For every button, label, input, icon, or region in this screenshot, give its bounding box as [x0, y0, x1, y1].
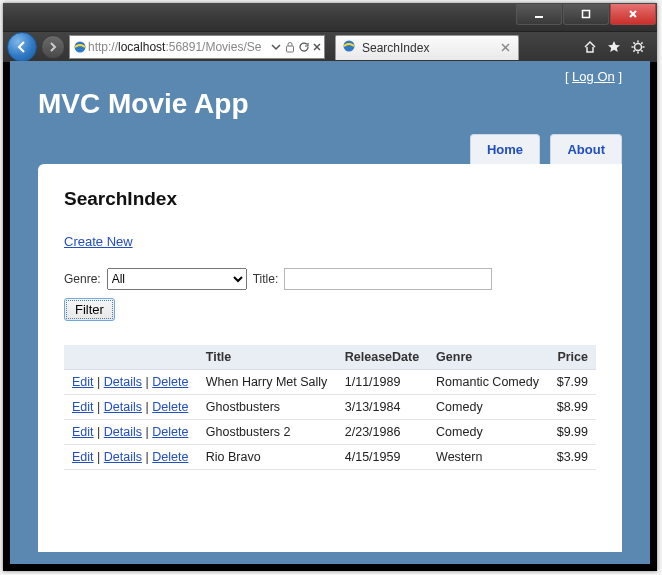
edit-link[interactable]: Edit: [72, 375, 94, 389]
nav-about[interactable]: About: [550, 134, 622, 164]
svg-rect-1: [583, 10, 590, 17]
cell-price: $3.99: [548, 445, 596, 470]
genre-label: Genre:: [64, 272, 101, 286]
ie-icon: [342, 39, 356, 56]
delete-link[interactable]: Delete: [152, 450, 188, 464]
tab-title: SearchIndex: [362, 41, 429, 55]
cell-title: Rio Bravo: [198, 445, 337, 470]
delete-link[interactable]: Delete: [152, 375, 188, 389]
edit-link[interactable]: Edit: [72, 450, 94, 464]
table-row: Edit | Details | DeleteRio Bravo4/15/195…: [64, 445, 596, 470]
dropdown-icon[interactable]: [270, 41, 282, 53]
filter-button[interactable]: Filter: [64, 298, 115, 321]
title-input[interactable]: [284, 268, 492, 290]
cell-genre: Comedy: [428, 395, 548, 420]
ie-icon: [72, 39, 88, 55]
cell-releasedate: 3/13/1984: [337, 395, 428, 420]
cell-releasedate: 1/11/1989: [337, 370, 428, 395]
cell-price: $8.99: [548, 395, 596, 420]
logon-link[interactable]: Log On: [572, 69, 615, 84]
delete-link[interactable]: Delete: [152, 425, 188, 439]
col-actions: [64, 345, 198, 370]
window-close-button[interactable]: [610, 4, 656, 25]
cell-title: Ghostbusters 2: [198, 420, 337, 445]
content-panel: SearchIndex Create New Genre: All Title:…: [38, 164, 622, 552]
details-link[interactable]: Details: [104, 400, 142, 414]
details-link[interactable]: Details: [104, 425, 142, 439]
title-label: Title:: [253, 272, 279, 286]
lock-icon: [284, 41, 296, 53]
address-text: http://localhost:56891/Movies/Se: [88, 40, 270, 54]
nav-forward-button[interactable]: [41, 35, 65, 59]
svg-point-11: [635, 44, 642, 51]
col-genre: Genre: [428, 345, 548, 370]
filter-form: Genre: All Title:: [64, 268, 596, 290]
stop-icon[interactable]: [312, 42, 322, 52]
svg-line-17: [641, 50, 642, 51]
favorites-icon[interactable]: [607, 40, 621, 54]
svg-line-16: [633, 42, 634, 43]
cell-title: When Harry Met Sally: [198, 370, 337, 395]
window-title-bar: [3, 3, 657, 32]
edit-link[interactable]: Edit: [72, 425, 94, 439]
svg-line-18: [641, 42, 642, 43]
cell-price: $7.99: [548, 370, 596, 395]
nav-back-button[interactable]: [7, 32, 37, 62]
app-title: MVC Movie App: [38, 88, 622, 120]
browser-toolbar: http://localhost:56891/Movies/Se SearchI…: [3, 32, 657, 62]
create-new-link[interactable]: Create New: [64, 234, 133, 249]
table-row: Edit | Details | DeleteWhen Harry Met Sa…: [64, 370, 596, 395]
details-link[interactable]: Details: [104, 375, 142, 389]
close-icon: [501, 43, 510, 52]
details-link[interactable]: Details: [104, 450, 142, 464]
cell-releasedate: 2/23/1986: [337, 420, 428, 445]
page-heading: SearchIndex: [64, 188, 596, 210]
col-price: Price: [548, 345, 596, 370]
cell-genre: Romantic Comedy: [428, 370, 548, 395]
col-title: Title: [198, 345, 337, 370]
table-row: Edit | Details | DeleteGhostbusters3/13/…: [64, 395, 596, 420]
address-bar[interactable]: http://localhost:56891/Movies/Se: [69, 35, 325, 59]
table-row: Edit | Details | DeleteGhostbusters 22/2…: [64, 420, 596, 445]
svg-rect-5: [287, 46, 294, 52]
movies-table: Title ReleaseDate Genre Price Edit | Det…: [64, 345, 596, 470]
logon-area: [ Log On ]: [38, 69, 622, 84]
window-minimize-button[interactable]: [516, 4, 562, 25]
col-releasedate: ReleaseDate: [337, 345, 428, 370]
edit-link[interactable]: Edit: [72, 400, 94, 414]
genre-select[interactable]: All: [107, 268, 247, 290]
browser-tab[interactable]: SearchIndex: [335, 35, 519, 60]
home-icon[interactable]: [583, 40, 597, 54]
tools-icon[interactable]: [631, 40, 645, 54]
cell-genre: Comedy: [428, 420, 548, 445]
cell-genre: Western: [428, 445, 548, 470]
cell-price: $9.99: [548, 420, 596, 445]
tab-close-button[interactable]: [498, 41, 512, 55]
arrow-left-icon: [15, 40, 29, 54]
window-maximize-button[interactable]: [563, 4, 609, 25]
refresh-icon[interactable]: [298, 41, 310, 53]
cell-title: Ghostbusters: [198, 395, 337, 420]
nav-home[interactable]: Home: [470, 134, 540, 164]
main-nav: Home About: [38, 134, 622, 164]
arrow-right-icon: [48, 42, 58, 52]
cell-releasedate: 4/15/1959: [337, 445, 428, 470]
delete-link[interactable]: Delete: [152, 400, 188, 414]
svg-line-19: [633, 50, 634, 51]
